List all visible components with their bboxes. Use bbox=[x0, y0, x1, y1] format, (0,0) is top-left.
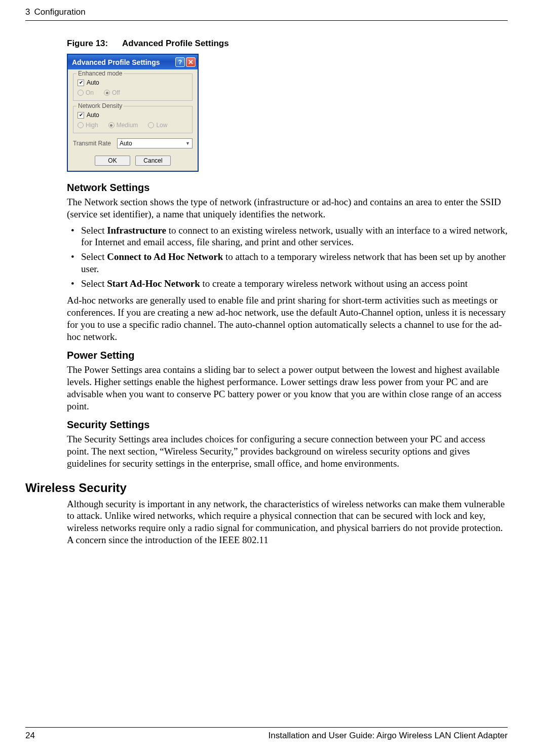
cancel-button[interactable]: Cancel bbox=[135, 156, 171, 166]
doc-title: Installation and User Guide: Airgo Wirel… bbox=[269, 731, 508, 741]
enhanced-mode-legend: Enhanced mode bbox=[77, 70, 124, 77]
dialog-title: Advanced Profile Settings bbox=[72, 58, 160, 66]
page-number: 24 bbox=[25, 731, 35, 741]
off-radio bbox=[104, 90, 110, 96]
enhanced-mode-fieldset: Enhanced mode ✔ Auto On Off bbox=[73, 73, 193, 101]
transmit-rate-label: Transmit Rate bbox=[73, 140, 111, 147]
dialog-body: Enhanced mode ✔ Auto On Off bbox=[68, 69, 198, 171]
transmit-rate-row: Transmit Rate Auto ▼ bbox=[73, 138, 193, 148]
low-radio bbox=[148, 122, 154, 128]
off-label: Off bbox=[112, 89, 120, 96]
enhanced-auto-row[interactable]: ✔ Auto bbox=[78, 79, 188, 86]
network-settings-heading: Network Settings bbox=[67, 182, 508, 194]
low-radio-group: Low bbox=[148, 122, 167, 129]
medium-label: Medium bbox=[117, 122, 138, 129]
transmit-rate-dropdown[interactable]: Auto ▼ bbox=[117, 138, 193, 148]
dropdown-arrow-icon: ▼ bbox=[185, 141, 190, 146]
titlebar-buttons: ? ✕ bbox=[175, 57, 196, 67]
bullet-infrastructure: Select Infrastructure to connect to an e… bbox=[81, 224, 508, 249]
medium-radio-group: Medium bbox=[108, 122, 138, 129]
off-radio-group: Off bbox=[104, 89, 120, 96]
enhanced-radio-row: On Off bbox=[78, 89, 188, 96]
low-label: Low bbox=[156, 122, 167, 129]
dialog-titlebar[interactable]: Advanced Profile Settings ? ✕ bbox=[68, 55, 198, 69]
network-density-legend: Network Density bbox=[77, 102, 124, 109]
bullet-connect-adhoc: Select Connect to Ad Hoc Network to atta… bbox=[81, 251, 508, 275]
transmit-rate-value: Auto bbox=[120, 140, 132, 147]
on-label: On bbox=[86, 89, 94, 96]
ok-button[interactable]: OK bbox=[95, 156, 130, 166]
chapter-number: 3 bbox=[25, 7, 30, 17]
adhoc-paragraph: Ad-hoc networks are generally used to en… bbox=[67, 294, 508, 343]
page-header: 3 Configuration bbox=[25, 7, 508, 21]
high-radio bbox=[78, 122, 84, 128]
page-footer: 24 Installation and User Guide: Airgo Wi… bbox=[25, 727, 508, 741]
density-auto-row[interactable]: ✔ Auto bbox=[78, 111, 188, 119]
wireless-security-heading: Wireless Security bbox=[25, 481, 508, 495]
on-radio bbox=[78, 90, 84, 96]
security-settings-para: The Security Settings area includes choi… bbox=[67, 433, 508, 469]
medium-radio bbox=[108, 122, 115, 128]
density-auto-label: Auto bbox=[87, 111, 99, 119]
network-settings-bullets: Select Infrastructure to connect to an e… bbox=[67, 224, 508, 290]
high-radio-group: High bbox=[78, 122, 98, 129]
auto-checkbox[interactable]: ✔ bbox=[78, 80, 84, 86]
security-settings-heading: Security Settings bbox=[67, 419, 508, 431]
dialog-button-row: OK Cancel bbox=[73, 156, 193, 166]
bullet-start-adhoc: Select Start Ad-Hoc Network to create a … bbox=[81, 278, 508, 290]
power-setting-para: The Power Settings area contains a slidi… bbox=[67, 364, 508, 412]
high-label: High bbox=[86, 122, 98, 129]
power-setting-heading: Power Setting bbox=[67, 350, 508, 361]
density-auto-checkbox[interactable]: ✔ bbox=[78, 112, 84, 119]
content-area: Figure 13: Advanced Profile Settings Adv… bbox=[25, 39, 508, 546]
auto-label: Auto bbox=[87, 79, 99, 86]
help-button[interactable]: ? bbox=[175, 57, 185, 67]
figure-caption: Figure 13: Advanced Profile Settings bbox=[67, 39, 508, 49]
advanced-profile-dialog: Advanced Profile Settings ? ✕ Enhanced m… bbox=[67, 54, 199, 172]
chapter-title: Configuration bbox=[30, 7, 508, 17]
wireless-security-para: Although security is important in any ne… bbox=[67, 498, 508, 546]
network-settings-intro: The Network section shows the type of ne… bbox=[67, 196, 508, 220]
figure-title: Advanced Profile Settings bbox=[122, 39, 229, 48]
close-button[interactable]: ✕ bbox=[186, 57, 196, 67]
on-radio-group: On bbox=[78, 89, 94, 96]
figure-label: Figure 13: bbox=[67, 39, 108, 48]
network-density-fieldset: Network Density ✔ Auto High Medium bbox=[73, 106, 193, 133]
density-radio-row: High Medium Low bbox=[78, 122, 188, 129]
